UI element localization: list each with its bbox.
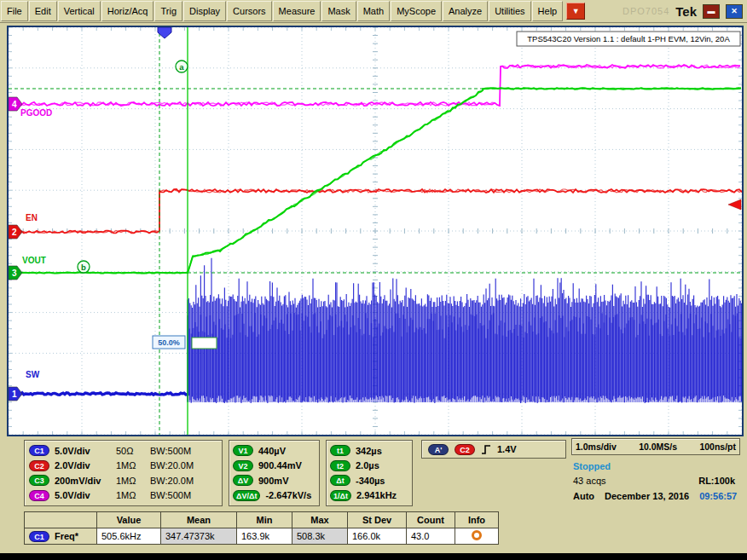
cursor-voltage-readouts-panel: V1440µVV2900.44mVΔV900mVΔV/Δt-2.647kV/s xyxy=(229,440,320,506)
menu-item-mask[interactable]: Mask xyxy=(321,1,356,21)
bottom-strip xyxy=(0,553,747,560)
cursor-badge-v2: V2 xyxy=(233,460,253,471)
acquisition-info: 43 acqs RL:100k xyxy=(571,476,740,486)
cursor-badge-t1: t1 xyxy=(330,445,350,456)
meas-header-blank xyxy=(25,512,97,528)
meas-stdev: 166.0k xyxy=(348,528,407,545)
channel-impedance: 1MΩ xyxy=(116,460,145,471)
meas-source-badge: C1 xyxy=(29,531,49,542)
channel-badge-c2: C2 xyxy=(29,460,49,471)
menu-item-measure[interactable]: Measure xyxy=(273,1,321,21)
meas-info-cell[interactable] xyxy=(455,528,499,545)
waveform-svg: 4231PGOODENVOUTSWabTPS543C20 Version 1.1… xyxy=(9,27,742,435)
channel-bandwidth: BW:20.0M xyxy=(150,460,194,471)
cursor-badge-v: ΔV xyxy=(233,475,253,486)
resolution-value: 100ns/pt xyxy=(699,442,736,452)
menu-item-trig[interactable]: Trig xyxy=(154,1,182,21)
timebase-value: 1.0ms/div xyxy=(576,442,617,452)
menu-bar: FileEditVerticalHoriz/AcqTrigDisplayCurs… xyxy=(0,0,747,23)
meas-max: 508.3k xyxy=(292,528,348,545)
channel-readout-c4[interactable]: C45.0V/div1MΩBW:500M xyxy=(25,488,222,504)
model-label: DPO7054 xyxy=(622,6,669,16)
svg-text:4: 4 xyxy=(12,100,17,109)
menu-more-button[interactable]: ▼ xyxy=(566,3,585,20)
cursor-voltage-value: 440µV xyxy=(258,446,286,456)
svg-text:3: 3 xyxy=(12,268,17,278)
cursor-badge-t2: t2 xyxy=(330,460,350,471)
menu-item-analyze[interactable]: Analyze xyxy=(443,1,488,21)
channel-readout-c1[interactable]: C15.0V/div50ΩBW:500M xyxy=(25,443,222,459)
trace-ch4-pgood xyxy=(9,65,740,106)
cursor-voltage-v: ΔV900mV xyxy=(229,473,319,488)
trigger-readout-panel[interactable]: A' C2 1.4V xyxy=(421,440,566,459)
trace-ch1-sw-baseline xyxy=(9,393,188,395)
acq-count: 43 acqs xyxy=(573,476,606,486)
menu-item-utilities[interactable]: Utilities xyxy=(489,1,530,21)
channel-impedance: 1MΩ xyxy=(116,476,145,486)
menu-item-file[interactable]: File xyxy=(1,1,28,21)
menu-item-horiz-acq[interactable]: Horiz/Acq xyxy=(101,1,154,21)
cursor-time-1-t: 1/Δt2.941kHz xyxy=(327,488,412,504)
trigger-mode: Auto xyxy=(573,491,594,501)
cursor-time-value: 2.941kHz xyxy=(356,490,397,500)
meas-mean: 347.47373k xyxy=(161,528,237,545)
trigger-position-marker[interactable] xyxy=(158,27,171,38)
cursor-badge-v1: V1 xyxy=(233,445,253,456)
date-value: December 13, 2016 xyxy=(605,491,689,501)
rising-edge-icon xyxy=(481,444,491,455)
record-length: RL:100k xyxy=(698,476,735,486)
meas-header-max: Max xyxy=(292,512,348,528)
info-icon[interactable] xyxy=(472,530,482,540)
channel-scale: 2.0V/div xyxy=(55,460,111,471)
menu-item-help[interactable]: Help xyxy=(532,1,564,21)
svg-text:2: 2 xyxy=(12,228,17,237)
meas-header-value: Value xyxy=(97,512,161,528)
meas-header-mean: Mean xyxy=(161,512,237,528)
cursor-badge-v-t: ΔV/Δt xyxy=(233,490,260,501)
cursor-time-t: Δt-340µs xyxy=(327,473,412,488)
channel-bandwidth: BW:500M xyxy=(150,446,191,456)
cursor-time-value: -340µs xyxy=(356,476,385,486)
meas-header-min: Min xyxy=(237,512,292,528)
sample-rate-value: 10.0MS/s xyxy=(639,442,677,452)
window-controls: DPO7054 Tek ▬ ✕ xyxy=(622,4,747,19)
meas-header-info: Info xyxy=(455,512,499,528)
triangle-down-icon: ▼ xyxy=(572,7,580,15)
channel-badge-c1: C1 xyxy=(29,445,49,456)
close-button[interactable]: ✕ xyxy=(726,4,743,19)
cursor-time-value: 2.0µs xyxy=(356,460,379,471)
meas-name-cell: C1Freq* xyxy=(25,528,97,545)
tek-logo: Tek xyxy=(675,4,697,19)
cursor-badge-t: Δt xyxy=(330,475,350,486)
trace-label-vout: VOUT xyxy=(22,256,46,265)
cursor-voltage-value: 900mV xyxy=(258,476,288,486)
trigger-level-marker[interactable] xyxy=(728,199,741,210)
meas-header-count: Count xyxy=(407,512,455,528)
meas-count: 43.0 xyxy=(407,528,455,545)
svg-text:50.0%: 50.0% xyxy=(158,338,180,347)
measurements-grid: ValueMeanMinMaxSt DevCountInfoC1Freq*505… xyxy=(24,511,499,545)
trigger-a-badge: A' xyxy=(428,444,449,455)
minimize-button[interactable]: ▬ xyxy=(703,4,720,19)
menu-item-edit[interactable]: Edit xyxy=(29,1,57,21)
meas-min: 163.9k xyxy=(237,528,292,545)
channel-scale: 200mV/div xyxy=(55,476,111,486)
datetime-row: Auto December 13, 2016 09:56:57 xyxy=(571,491,740,501)
svg-text:a: a xyxy=(179,62,184,72)
annotation-text: TPS543C20 Version 1.1 : default 1-PH EVM… xyxy=(527,34,730,43)
menu-item-vertical[interactable]: Vertical xyxy=(58,1,101,21)
menu-item-cursors[interactable]: Cursors xyxy=(227,1,272,21)
channel-readout-c2[interactable]: C22.0V/div1MΩBW:20.0M xyxy=(25,459,222,474)
meas-name-wrap: C1Freq* xyxy=(29,531,92,542)
channel-bandwidth: BW:20.0M xyxy=(150,476,194,486)
channel-readout-c3[interactable]: C3200mV/div1MΩBW:20.0M xyxy=(25,473,222,488)
channel-readouts-panel: C15.0V/div50ΩBW:500MC22.0V/div1MΩBW:20.0… xyxy=(24,440,223,506)
waveform-display[interactable]: 4231PGOODENVOUTSWabTPS543C20 Version 1.1… xyxy=(7,26,744,436)
menu-item-display[interactable]: Display xyxy=(183,1,226,21)
menu-item-math[interactable]: Math xyxy=(357,1,390,21)
measurement-table: ValueMeanMinMaxSt DevCountInfoC1Freq*505… xyxy=(24,511,499,545)
cursor-time-value: 342µs xyxy=(356,446,382,456)
trigger-source-badge: C2 xyxy=(455,444,475,455)
menu-item-myscope[interactable]: MyScope xyxy=(391,1,442,21)
channel-bandwidth: BW:500M xyxy=(150,490,191,500)
